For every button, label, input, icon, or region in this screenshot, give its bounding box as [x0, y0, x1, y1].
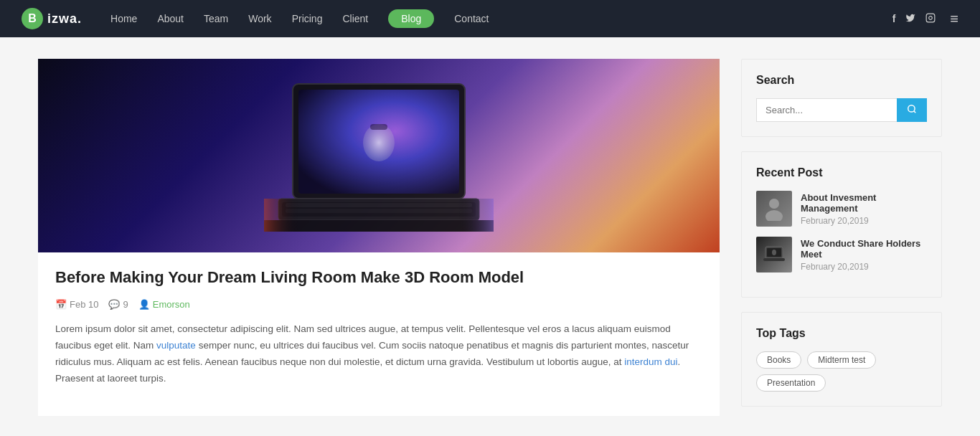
svg-rect-9 — [286, 209, 472, 213]
recent-post-info-1: About Invesment Management February 20,2… — [801, 192, 927, 226]
nav-social: f — [892, 13, 936, 25]
nav-links: Home About Team Work Pricing Client Blog… — [110, 9, 878, 28]
search-title: Search — [756, 74, 927, 87]
search-row — [756, 98, 927, 122]
recent-post-date-2: February 20,2019 — [801, 262, 927, 272]
svg-point-13 — [908, 105, 915, 112]
recent-post-item-1: About Invesment Management February 20,2… — [756, 191, 927, 227]
page-content: Before Making Your Dream Living Room Mak… — [24, 59, 956, 416]
meta-comments: 9 — [123, 299, 128, 310]
search-input[interactable] — [756, 98, 897, 122]
user-icon: 👤 — [138, 299, 150, 310]
sidebar: Search Recent Post — [741, 59, 942, 416]
recent-posts-widget: Recent Post About Invesment Management F… — [741, 151, 942, 298]
top-tags-widget: Top Tags Books Midterm test Presentation — [741, 312, 942, 407]
logo-text: izwa. — [47, 11, 82, 27]
nav-contact[interactable]: Contact — [454, 13, 489, 24]
tag-presentation[interactable]: Presentation — [756, 374, 826, 392]
facebook-icon[interactable]: f — [892, 13, 896, 24]
recent-post-thumb-2 — [756, 237, 792, 272]
article-text: Lorem ipsum dolor sit amet, consectetur … — [55, 321, 702, 387]
svg-point-15 — [769, 199, 779, 209]
comment-icon: 💬 — [108, 299, 120, 310]
svg-rect-19 — [763, 258, 785, 261]
article-meta: 📅 Feb 10 💬 9 👤 Emorson — [55, 299, 702, 310]
recent-post-thumb-1 — [756, 191, 792, 227]
recent-post-title-1[interactable]: About Invesment Management — [801, 192, 927, 214]
tag-books[interactable]: Books — [756, 351, 801, 369]
navbar: B izwa. Home About Team Work Pricing Cli… — [0, 0, 980, 37]
svg-rect-0 — [926, 14, 935, 22]
article-link-vulputate[interactable]: vulputate — [156, 340, 196, 351]
hamburger-button[interactable]: ≡ — [950, 11, 958, 27]
instagram-icon[interactable] — [925, 13, 936, 25]
meta-author: Emorson — [153, 299, 190, 310]
nav-about[interactable]: About — [157, 13, 184, 24]
svg-rect-12 — [458, 199, 494, 232]
main-article: Before Making Your Dream Living Room Mak… — [38, 59, 720, 416]
svg-line-14 — [914, 111, 916, 113]
svg-rect-11 — [264, 199, 300, 232]
twitter-icon[interactable] — [905, 13, 915, 25]
person-silhouette-icon — [764, 196, 784, 221]
tag-midterm[interactable]: Midterm test — [807, 351, 876, 369]
nav-team[interactable]: Team — [204, 13, 228, 24]
laptop-illustration — [264, 77, 494, 234]
nav-home[interactable]: Home — [110, 13, 137, 24]
svg-point-16 — [765, 210, 783, 221]
nav-client[interactable]: Client — [342, 13, 368, 24]
nav-blog-button[interactable]: Blog — [388, 9, 434, 28]
recent-post-title-2[interactable]: We Conduct Share Holders Meet — [801, 238, 927, 260]
laptop-mini-icon — [763, 246, 785, 263]
nav-pricing[interactable]: Pricing — [292, 13, 323, 24]
calendar-icon: 📅 — [55, 299, 67, 310]
recent-post-date-1: February 20,2019 — [801, 216, 927, 226]
meta-date-item: 📅 Feb 10 — [55, 299, 98, 310]
article-title: Before Making Your Dream Living Room Mak… — [55, 267, 702, 289]
meta-comments-item: 💬 9 — [108, 299, 128, 310]
laptop-thumbnail-icon — [756, 237, 792, 272]
nav-work[interactable]: Work — [248, 13, 271, 24]
recent-post-item-2: We Conduct Share Holders Meet February 2… — [756, 237, 927, 272]
search-widget: Search — [741, 59, 942, 137]
meta-date: Feb 10 — [70, 299, 98, 310]
logo-icon: B — [22, 8, 43, 29]
recent-post-info-2: We Conduct Share Holders Meet February 2… — [801, 238, 927, 272]
search-icon — [907, 104, 917, 114]
top-tags-title: Top Tags — [756, 327, 927, 340]
svg-rect-5 — [370, 124, 387, 130]
search-button[interactable] — [897, 98, 927, 122]
article-body: Before Making Your Dream Living Room Mak… — [38, 252, 720, 402]
tags-row: Books Midterm test Presentation — [756, 351, 927, 392]
article-link-interdum[interactable]: interdum dui — [624, 356, 677, 367]
recent-posts-title: Recent Post — [756, 166, 927, 179]
svg-point-20 — [772, 250, 776, 255]
article-hero-image — [38, 59, 720, 252]
svg-rect-8 — [286, 203, 472, 207]
meta-author-item: 👤 Emorson — [138, 299, 190, 310]
person-thumbnail-icon — [756, 191, 792, 227]
logo[interactable]: B izwa. — [22, 8, 82, 29]
